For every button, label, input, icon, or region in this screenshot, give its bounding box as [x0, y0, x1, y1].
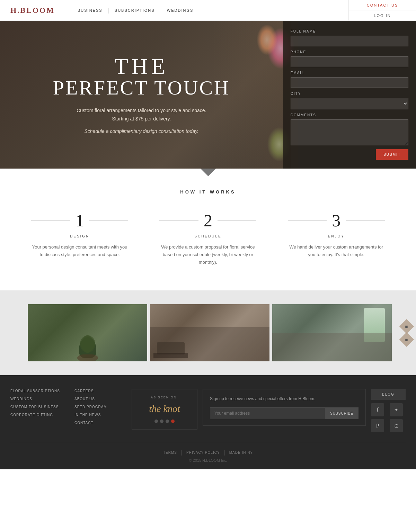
- step-3-number: 3: [332, 212, 340, 229]
- step-2: 2 SCHEDULE We provide a custom proposal …: [159, 212, 256, 266]
- footer-link-careers[interactable]: CAREERS: [74, 389, 126, 393]
- footer-link-contact[interactable]: CONTACT: [74, 421, 126, 425]
- hero-title-main: PERFECT TOUCH: [53, 78, 230, 98]
- log-in-button[interactable]: LOG IN: [349, 10, 416, 20]
- step-1-label: DESIGN: [70, 234, 89, 238]
- hero-section: THE PERFECT TOUCH Custom floral arrangem…: [0, 21, 416, 169]
- gallery-grid: [0, 304, 416, 361]
- footer-col-1: FLORAL SUBSCRIPTIONS WEDDINGS CUSTOM FOR…: [10, 389, 69, 421]
- gallery-item-1: [28, 304, 147, 361]
- footer-divider-2: |: [224, 449, 225, 456]
- step-1-desc: Your personal design consultant meets wi…: [31, 243, 128, 259]
- gallery-item-3: [272, 304, 392, 361]
- gallery-nav-up[interactable]: ◆: [399, 319, 414, 334]
- footer-col-2: CAREERS ABOUT US SEED PROGRAM IN THE NEW…: [74, 389, 126, 429]
- footer-link-weddings[interactable]: WEDDINGS: [10, 397, 69, 401]
- subscribe-button[interactable]: SUBSCRIBE: [325, 407, 359, 419]
- how-it-works-title: HOW IT WORKS: [21, 189, 395, 195]
- logo[interactable]: H.BLOOM: [10, 6, 55, 15]
- footer-link-about[interactable]: ABOUT US: [74, 397, 126, 401]
- footer-bottom: TERMS | PRIVACY POLICY | MADE IN NY © 20…: [10, 443, 406, 462]
- step-2-number: 2: [204, 212, 212, 229]
- step-2-line-right: [218, 220, 257, 221]
- nav-business[interactable]: BUSINESS: [72, 8, 108, 12]
- gallery-item-2: [150, 304, 269, 361]
- city-select[interactable]: New York Los Angeles Chicago: [291, 98, 408, 109]
- city-label: CITY: [291, 92, 408, 96]
- instagram-icon[interactable]: ⊙: [390, 419, 403, 432]
- hero-title-the: THE: [114, 55, 168, 78]
- footer-newsletter: Sign up to receive news and special offe…: [203, 389, 366, 426]
- site-footer: FLORAL SUBSCRIPTIONS WEDDINGS CUSTOM FOR…: [0, 375, 416, 469]
- footer-as-seen: AS SEEN ON: the knot: [132, 389, 197, 430]
- footer-main: FLORAL SUBSCRIPTIONS WEDDINGS CUSTOM FOR…: [10, 389, 406, 432]
- nav-weddings[interactable]: WEDDINGS: [161, 8, 199, 12]
- step-1-number: 1: [76, 212, 84, 229]
- hero-content: THE PERFECT TOUCH Custom floral arrangem…: [0, 21, 283, 169]
- arrow-divider: [0, 169, 416, 179]
- privacy-link[interactable]: PRIVACY POLICY: [186, 451, 220, 454]
- step-2-label: SCHEDULE: [194, 234, 221, 238]
- step-3-desc: We hand deliver your custom arrangements…: [288, 243, 385, 259]
- submit-button[interactable]: SUBMIT: [376, 149, 408, 160]
- pinterest-icon[interactable]: P: [371, 419, 384, 432]
- footer-link-custom[interactable]: CUSTOM FOR BUSINESS: [10, 405, 69, 409]
- step-2-line-left: [159, 220, 198, 221]
- dot-2[interactable]: [160, 420, 163, 423]
- dot-1[interactable]: [154, 420, 158, 423]
- step-3-label: ENJOY: [328, 234, 345, 238]
- as-seen-title: AS SEEN ON:: [139, 396, 190, 399]
- full-name-label: FULL NAME: [291, 29, 408, 33]
- steps-container: 1 DESIGN Your personal design consultant…: [21, 212, 395, 266]
- the-knot-logo: the knot: [139, 403, 190, 414]
- email-label: EMAIL: [291, 71, 408, 75]
- hero-cta: Schedule a complimentary design consulta…: [84, 128, 198, 134]
- social-icons-grid: f ✦ P ⊙: [371, 403, 406, 432]
- terms-link[interactable]: TERMS: [163, 451, 177, 454]
- site-header: H.BLOOM BUSINESS | SUBSCRIPTIONS | WEDDI…: [0, 0, 416, 21]
- newsletter-email-input[interactable]: [210, 407, 325, 419]
- nav-subscriptions[interactable]: SUBSCRIPTIONS: [109, 8, 160, 12]
- contact-us-button[interactable]: CONTACT US: [349, 0, 416, 10]
- comments-input[interactable]: [291, 119, 408, 145]
- gallery-section: ◆ ◆: [0, 290, 416, 375]
- footer-link-floral[interactable]: FLORAL SUBSCRIPTIONS: [10, 389, 69, 393]
- footer-divider-1: |: [181, 449, 182, 456]
- footer-link-corporate[interactable]: CORPORATE GIFTING: [10, 413, 69, 417]
- how-it-works-section: HOW IT WORKS 1 DESIGN Your personal desi…: [0, 179, 416, 290]
- carousel-dots: [139, 420, 190, 423]
- header-actions: CONTACT US LOG IN: [348, 0, 416, 20]
- facebook-icon[interactable]: f: [371, 403, 384, 416]
- step-1-line-left: [31, 220, 70, 221]
- hero-form-panel: FULL NAME PHONE EMAIL CITY New York Los …: [283, 21, 416, 169]
- footer-link-news[interactable]: IN THE NEWS: [74, 413, 126, 417]
- dot-3[interactable]: [166, 420, 169, 423]
- gallery-nav: ◆ ◆: [401, 321, 412, 345]
- newsletter-text: Sign up to receive news and special offe…: [210, 396, 359, 402]
- phone-input[interactable]: [291, 56, 408, 67]
- gallery-nav-down[interactable]: ◆: [399, 332, 414, 347]
- footer-link-seed[interactable]: SEED PROGRAM: [74, 405, 126, 409]
- hero-subtitle: Custom floral arrangements tailored to y…: [72, 107, 211, 123]
- footer-social: BLOG f ✦ P ⊙: [371, 389, 406, 432]
- step-1: 1 DESIGN Your personal design consultant…: [31, 212, 128, 266]
- twitter-icon[interactable]: ✦: [390, 403, 403, 416]
- blog-button[interactable]: BLOG: [371, 389, 406, 400]
- copyright: © 2015 H.BLOOM Inc.: [10, 458, 406, 462]
- main-nav: BUSINESS | SUBSCRIPTIONS | WEDDINGS: [72, 7, 199, 13]
- footer-bottom-links: TERMS | PRIVACY POLICY | MADE IN NY: [10, 449, 406, 456]
- step-3-line-right: [346, 220, 385, 221]
- comments-label: COMMENTS: [291, 113, 408, 117]
- email-input[interactable]: [291, 77, 408, 88]
- step-3: 3 ENJOY We hand deliver your custom arra…: [288, 212, 385, 266]
- dot-4[interactable]: [171, 420, 175, 423]
- step-1-line-right: [89, 220, 129, 221]
- made-in-ny-link[interactable]: MADE IN NY: [229, 451, 253, 454]
- step-2-desc: We provide a custom proposal for floral …: [159, 243, 256, 266]
- step-3-line-left: [288, 220, 327, 221]
- phone-label: PHONE: [291, 50, 408, 54]
- full-name-input[interactable]: [291, 36, 408, 46]
